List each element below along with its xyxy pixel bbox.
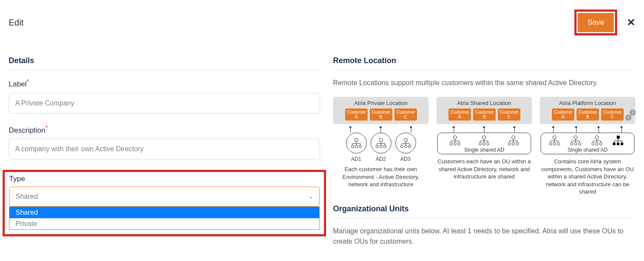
svg-point-64: [549, 143, 552, 145]
svg-point-18: [404, 138, 407, 142]
svg-point-44: [487, 143, 489, 145]
svg-point-33: [450, 143, 452, 145]
location-diagrams: Atria Private Location Customer A Custom…: [333, 97, 635, 196]
type-field-label: Type: [9, 175, 320, 183]
diagram-private: Atria Private Location Customer A Custom…: [333, 97, 429, 196]
svg-point-36: [482, 136, 486, 139]
svg-point-83: [596, 143, 598, 145]
save-button[interactable]: Save: [578, 13, 614, 32]
svg-point-26: [408, 145, 411, 148]
description-field-label: Description*: [9, 124, 320, 135]
svg-point-76: [595, 136, 599, 139]
org-units-description: Manage organizational units below. At le…: [333, 226, 635, 247]
close-icon[interactable]: ✕: [627, 16, 635, 29]
svg-point-24: [400, 145, 403, 148]
svg-point-9: [379, 138, 383, 142]
svg-point-57: [626, 115, 631, 120]
type-option-shared[interactable]: Shared: [10, 207, 319, 218]
svg-point-43: [483, 143, 485, 145]
svg-point-73: [570, 143, 573, 145]
page-title: Edit: [9, 18, 23, 28]
type-dropdown: Shared Private: [9, 207, 320, 230]
svg-point-16: [380, 145, 382, 148]
remote-location-description: Remote Locations support multiple custom…: [333, 78, 635, 88]
remote-location-heading: Remote Location: [333, 56, 635, 70]
svg-point-82: [592, 143, 594, 145]
type-select[interactable]: Shared ⌄: [9, 187, 320, 207]
gear-icon: [623, 108, 638, 124]
svg-point-55: [630, 110, 635, 115]
svg-point-84: [599, 143, 602, 145]
svg-point-45: [512, 136, 515, 139]
details-heading: Details: [9, 56, 320, 70]
svg-point-8: [359, 145, 362, 148]
svg-point-67: [574, 136, 577, 139]
label-input[interactable]: [9, 93, 320, 114]
svg-point-27: [453, 136, 457, 139]
svg-point-0: [355, 138, 358, 142]
org-units-heading: Organizational Units: [333, 204, 635, 218]
svg-rect-85: [617, 136, 620, 139]
chevron-down-icon: ⌄: [309, 194, 313, 200]
svg-point-66: [557, 143, 560, 145]
svg-point-75: [578, 143, 581, 145]
svg-point-42: [479, 143, 481, 145]
type-field-highlight: Type Shared ⌄ Shared Private: [3, 170, 326, 236]
description-input[interactable]: [9, 139, 320, 159]
type-selected-value: Shared: [16, 193, 38, 201]
svg-point-74: [574, 143, 577, 145]
svg-rect-93: [621, 143, 623, 145]
diagram-shared: Atria Shared Location Customer A Custome…: [436, 97, 532, 196]
svg-point-56: [627, 116, 630, 119]
diagram-platform: Atria Platform Location Customer A Custo…: [540, 97, 635, 196]
svg-point-17: [384, 145, 386, 148]
svg-rect-91: [613, 143, 615, 145]
type-option-private[interactable]: Private: [10, 218, 319, 229]
svg-point-54: [631, 111, 634, 114]
svg-rect-92: [617, 143, 619, 145]
svg-point-6: [351, 145, 354, 148]
svg-point-34: [454, 143, 456, 145]
svg-point-52: [512, 143, 515, 145]
svg-point-25: [404, 145, 407, 148]
label-field-label: Label*: [9, 78, 320, 89]
svg-point-53: [516, 143, 519, 145]
svg-point-51: [508, 143, 511, 145]
svg-point-58: [553, 136, 556, 139]
svg-point-15: [376, 145, 378, 148]
svg-point-35: [458, 143, 460, 145]
svg-point-7: [355, 145, 358, 148]
svg-point-65: [553, 143, 556, 145]
save-button-highlight: Save: [574, 10, 617, 35]
